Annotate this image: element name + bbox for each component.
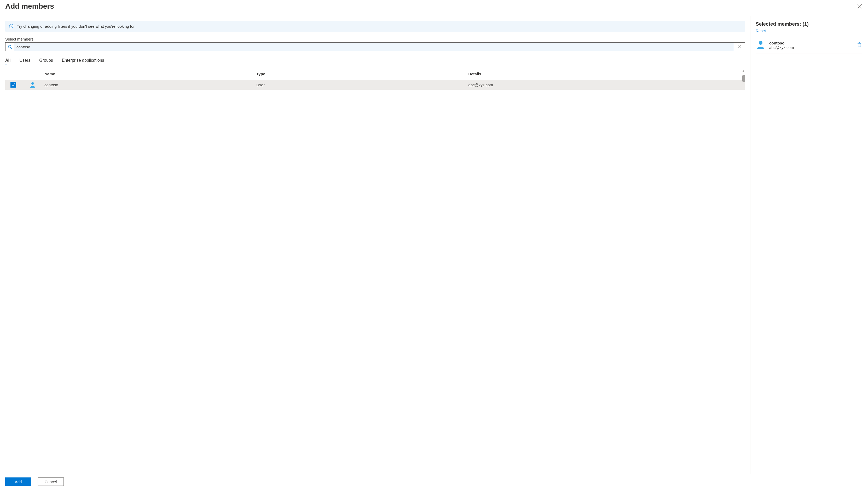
selected-members-heading: Selected members: (1) <box>756 21 862 27</box>
row-type: User <box>256 83 468 87</box>
remove-selected-button[interactable] <box>857 42 862 48</box>
tab-enterprise-applications[interactable]: Enterprise applications <box>62 57 104 65</box>
info-text: Try changing or adding filters if you do… <box>17 24 135 29</box>
search-box[interactable] <box>5 42 745 51</box>
reset-link[interactable]: Reset <box>756 29 862 33</box>
scroll-up-arrow-icon[interactable]: ▲ <box>742 69 745 73</box>
tab-all[interactable]: All <box>5 57 10 65</box>
info-banner: Try changing or adding filters if you do… <box>5 21 745 32</box>
svg-line-6 <box>11 48 12 49</box>
close-icon <box>738 45 741 49</box>
svg-rect-11 <box>858 44 861 47</box>
results-list: ▲ Name Type Details <box>5 69 745 474</box>
check-icon <box>11 83 15 87</box>
search-input[interactable] <box>14 42 734 51</box>
clear-search-button[interactable] <box>734 42 745 51</box>
footer: Add Cancel <box>0 474 868 490</box>
user-icon <box>21 81 44 88</box>
scrollbar-thumb[interactable] <box>742 75 745 82</box>
tab-groups[interactable]: Groups <box>39 57 53 65</box>
svg-point-9 <box>31 82 34 85</box>
svg-point-5 <box>8 45 11 48</box>
filter-tabs: All Users Groups Enterprise applications <box>5 57 745 65</box>
column-headers: Name Type Details <box>5 69 745 80</box>
panel-title: Add members <box>5 2 54 10</box>
info-icon <box>9 24 13 29</box>
row-name: contoso <box>44 83 256 87</box>
add-button[interactable]: Add <box>5 478 31 486</box>
result-row[interactable]: contoso User abc@xyz.com <box>5 80 745 90</box>
close-icon <box>857 4 862 9</box>
selected-member-item: contoso abc@xyz.com <box>756 38 862 54</box>
trash-icon <box>857 42 862 47</box>
row-details: abc@xyz.com <box>468 83 744 87</box>
row-checkbox[interactable] <box>10 82 16 88</box>
svg-point-10 <box>759 41 763 45</box>
user-icon <box>756 40 766 51</box>
selected-member-name: contoso <box>769 41 854 45</box>
search-label: Select members <box>5 37 745 41</box>
col-name: Name <box>44 71 256 76</box>
cancel-button[interactable]: Cancel <box>38 478 64 486</box>
close-button[interactable] <box>857 3 863 9</box>
search-icon <box>5 42 14 51</box>
col-type: Type <box>256 71 468 76</box>
tab-users[interactable]: Users <box>19 57 30 65</box>
selected-member-detail: abc@xyz.com <box>769 45 854 50</box>
col-details: Details <box>468 71 744 76</box>
